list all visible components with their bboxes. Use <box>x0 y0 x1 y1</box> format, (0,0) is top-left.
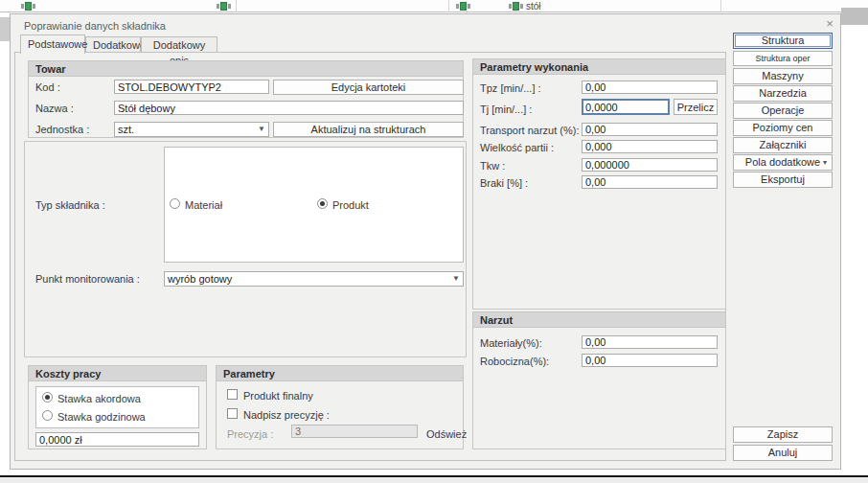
struktura-button[interactable]: Struktura <box>733 33 833 49</box>
wielkosc-partii-label: Wielkość partii : <box>480 142 554 153</box>
robocizna-label: Robocizna(%): <box>480 356 549 367</box>
tj-label: Tj [min/...] : <box>480 104 532 115</box>
eksportuj-button[interactable]: Eksportuj <box>733 172 833 188</box>
kod-label: Kod : <box>35 81 60 93</box>
close-icon[interactable]: × <box>819 14 840 34</box>
tab-dodatkowe[interactable]: Dodatkowe <box>85 36 141 53</box>
column-divider <box>236 0 237 12</box>
group-parametry-wykonania-title: Parametry wykonania <box>473 59 725 75</box>
radio-stawka-akordowa[interactable] <box>42 392 53 402</box>
chevron-down-icon: ▼ <box>258 123 265 136</box>
grid-cell-icon <box>456 2 470 11</box>
radio-produkt-label: Produkt <box>332 199 369 211</box>
braki-label: Braki [%] : <box>480 177 528 189</box>
jednostka-label: Jednostka : <box>35 124 89 135</box>
typ-skladnika-label: Typ składnika : <box>35 199 105 211</box>
pola-dodatkowe-button[interactable]: Pola dodatkowe ▾ <box>733 154 833 171</box>
radio-produkt[interactable] <box>317 198 328 209</box>
radio-material[interactable] <box>170 198 180 209</box>
screen: stół Poprawianie danych składnika × Pods… <box>0 0 868 483</box>
zalaczniki-button[interactable]: Załączniki <box>733 137 833 153</box>
aktualizuj-button[interactable]: Aktualizuj na strukturach <box>273 122 464 137</box>
dialog-poprawianie-danych-skladnika: Poprawianie danych składnika × Podstawow… <box>10 13 841 470</box>
tkw-label: Tkw : <box>480 160 505 172</box>
precyzja-input <box>291 425 418 438</box>
maszyny-button[interactable]: Maszyny <box>733 68 833 84</box>
chevron-down-icon: ▾ <box>823 155 827 170</box>
przelicz-button[interactable]: Przelicz <box>674 99 718 115</box>
group-parametry-title: Parametry <box>217 366 463 381</box>
background-fragment <box>0 477 868 483</box>
stawka-input[interactable] <box>35 432 199 447</box>
tkw-input[interactable] <box>582 158 718 172</box>
tpz-input[interactable] <box>582 80 718 94</box>
tab-dodatkowy-opis[interactable]: Dodatkowy opis <box>141 36 217 53</box>
struktura-oper-button[interactable]: Struktura oper <box>733 51 833 66</box>
jednostka-combo[interactable]: szt.▼ <box>114 122 269 137</box>
group-towar-title: Towar <box>29 61 463 77</box>
group-narzut: Narzut <box>472 311 726 449</box>
tj-input[interactable] <box>582 99 670 115</box>
materialy-label: Materiały(%): <box>480 337 542 349</box>
punkt-monitorowania-value: wyrób gotowy <box>168 273 232 285</box>
punkt-monitorowania-label: Punkt monitorowania : <box>35 273 140 285</box>
poziomy-cen-button[interactable]: Poziomy cen <box>733 120 833 136</box>
odswiez-link[interactable]: Odśwież <box>426 428 467 440</box>
transport-narzut-label: Transport narzut (%): <box>480 125 580 136</box>
background-fragment <box>841 8 868 25</box>
edycja-kartoteki-button[interactable]: Edycja kartoteki <box>273 80 464 95</box>
group-koszty-pracy-title: Koszty pracy <box>29 366 206 381</box>
kod-input[interactable] <box>114 80 269 94</box>
materialy-input[interactable] <box>582 335 718 349</box>
radio-stawka-akordowa-label: Stawka akordowa <box>57 393 141 404</box>
grid-cell-icon <box>509 2 523 11</box>
tab-podstawowe[interactable]: Podstawowe <box>20 34 85 54</box>
braki-input[interactable] <box>582 175 718 189</box>
pola-dodatkowe-label: Pola dodatkowe <box>745 156 820 168</box>
grid-cell-icon <box>217 2 231 11</box>
background-fragment <box>0 17 10 41</box>
punkt-monitorowania-combo[interactable]: wyrób gotowy▼ <box>164 271 464 287</box>
nazwa-label: Nazwa : <box>35 103 74 114</box>
checkbox-produkt-finalny[interactable] <box>227 389 238 400</box>
group-narzut-title: Narzut <box>473 312 725 328</box>
anuluj-button[interactable]: Anuluj <box>733 445 833 461</box>
wielkosc-partii-input[interactable] <box>582 140 718 153</box>
radio-stawka-godzinowa-label: Stawka godzinowa <box>57 411 146 423</box>
background-grid-header: stół <box>0 0 868 12</box>
grid-cell-label: stół <box>526 1 541 12</box>
checkbox-nadpisz-precyzje[interactable] <box>227 408 238 419</box>
radio-material-label: Materiał <box>185 199 222 211</box>
chevron-down-icon: ▼ <box>452 272 460 286</box>
produkt-finalny-label: Produkt finalny <box>243 390 313 402</box>
zapisz-button[interactable]: Zapisz <box>733 426 833 443</box>
precyzja-label: Precyzja : <box>227 428 273 440</box>
robocizna-input[interactable] <box>582 354 718 367</box>
jednostka-value: szt. <box>118 124 134 135</box>
narzedzia-button[interactable]: Narzedzia <box>733 85 833 102</box>
grid-cell-icon <box>21 2 35 11</box>
column-divider <box>720 0 721 12</box>
transport-narzut-input[interactable] <box>582 123 718 136</box>
nazwa-input[interactable] <box>114 101 464 115</box>
operacje-button[interactable]: Operacje <box>733 103 833 119</box>
column-divider <box>448 0 449 12</box>
nadpisz-precyzje-label: Nadpisz precyzję : <box>243 409 330 421</box>
dialog-title: Poprawianie danych składnika <box>24 20 166 32</box>
tpz-label: Tpz [min/...] : <box>480 82 541 94</box>
radio-stawka-godzinowa[interactable] <box>42 410 53 421</box>
